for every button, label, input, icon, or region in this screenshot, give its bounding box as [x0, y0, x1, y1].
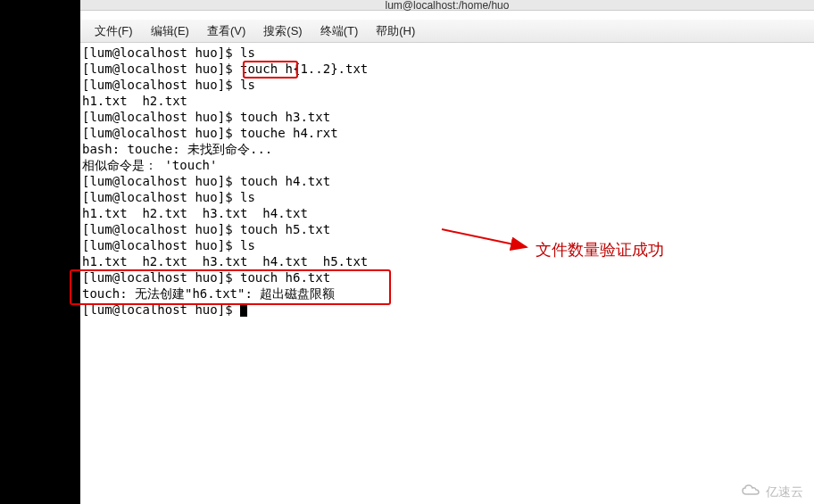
terminal-line: touch: 无法创建"h6.txt": 超出磁盘限额: [82, 286, 335, 301]
terminal-line: [lum@localhost huo]$ ls: [82, 78, 255, 92]
terminal-line: [lum@localhost huo]$ touche h4.rxt: [82, 126, 338, 140]
terminal-line: 相似命令是： 'touch': [82, 158, 217, 172]
terminal-line: h1.txt h2.txt h3.txt h4.txt h5.txt: [82, 254, 368, 269]
terminal-line: h1.txt h2.txt h3.txt h4.txt: [82, 206, 308, 220]
menu-bar: 文件(F) 编辑(E) 查看(V) 搜索(S) 终端(T) 帮助(H): [80, 20, 814, 43]
watermark-text: 亿速云: [766, 484, 803, 500]
terminal-line: [lum@localhost huo]$ ls: [82, 190, 255, 204]
terminal-output[interactable]: [lum@localhost huo]$ ls [lum@localhost h…: [80, 43, 814, 319]
terminal-line: [lum@localhost huo]$ touch h{1..2}.txt: [82, 62, 368, 76]
terminal-line: [lum@localhost huo]$ ls: [82, 45, 255, 60]
terminal-line: [lum@localhost huo]$ touch h6.txt: [82, 270, 330, 285]
menu-edit[interactable]: 编辑(E): [142, 23, 198, 39]
window-title-bar: lum@localhost:/home/huo: [80, 0, 814, 11]
left-black-panel: [0, 0, 80, 504]
terminal-line: [lum@localhost huo]$ touch h4.txt: [82, 174, 330, 188]
terminal-window: lum@localhost:/home/huo 文件(F) 编辑(E) 查看(V…: [80, 0, 814, 504]
terminal-line: [lum@localhost huo]$ touch h3.txt: [82, 110, 330, 124]
terminal-line: [lum@localhost huo]$: [82, 302, 240, 317]
window-title: lum@localhost:/home/huo: [386, 0, 510, 12]
menu-file[interactable]: 文件(F): [86, 23, 142, 39]
menu-terminal[interactable]: 终端(T): [311, 23, 368, 39]
terminal-line: [lum@localhost huo]$ ls: [82, 238, 255, 252]
terminal-line: h1.txt h2.txt: [82, 94, 187, 108]
menu-help[interactable]: 帮助(H): [367, 23, 424, 39]
terminal-cursor: [240, 304, 247, 317]
cloud-icon: [741, 483, 762, 500]
terminal-line: bash: touche: 未找到命令...: [82, 142, 272, 156]
menu-search[interactable]: 搜索(S): [254, 23, 311, 39]
watermark: 亿速云: [741, 483, 803, 500]
menu-view[interactable]: 查看(V): [198, 23, 254, 39]
terminal-line: [lum@localhost huo]$ touch h5.txt: [82, 222, 330, 236]
